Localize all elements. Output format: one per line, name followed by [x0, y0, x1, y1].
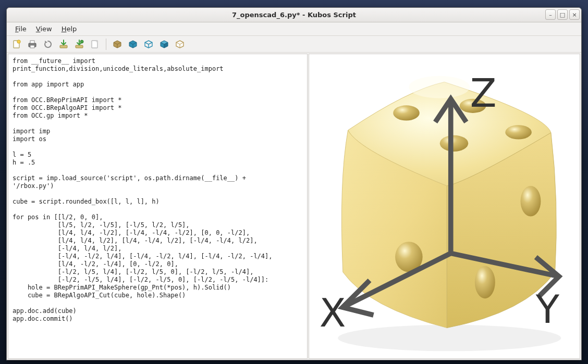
- svg-rect-6: [76, 45, 83, 48]
- app-window: 7_openscad_6.py* - Kubos Script – □ × Fi…: [6, 7, 582, 360]
- minimize-button[interactable]: –: [545, 9, 556, 20]
- window-title: 7_openscad_6.py* - Kubos Script: [7, 11, 581, 19]
- cube-wire-icon[interactable]: [142, 37, 155, 51]
- refresh-icon[interactable]: [41, 37, 55, 51]
- svg-rect-5: [60, 45, 67, 48]
- axis-gizmo-icon: Z Y X: [309, 54, 574, 355]
- cube-outline-icon[interactable]: [173, 37, 187, 51]
- code-editor[interactable]: from __future__ import print_function,di…: [8, 54, 308, 359]
- cube-shaded-icon[interactable]: [157, 37, 171, 51]
- menu-file[interactable]: File: [11, 23, 31, 34]
- cube-solid-icon[interactable]: [126, 37, 140, 51]
- svg-point-1: [17, 40, 20, 43]
- menubar: File View Help: [7, 22, 581, 36]
- 3d-viewport[interactable]: Z Y X: [309, 54, 580, 359]
- page-icon[interactable]: [88, 37, 102, 51]
- toolbar-separator: [106, 39, 106, 50]
- window-controls: – □ ×: [545, 9, 580, 20]
- print-icon[interactable]: [26, 37, 39, 51]
- toolbar: [7, 36, 581, 53]
- axis-y-label: Y: [535, 287, 560, 332]
- download-run-icon[interactable]: [72, 37, 86, 51]
- content-area: from __future__ import print_function,di…: [7, 53, 581, 360]
- maximize-button[interactable]: □: [557, 9, 568, 20]
- new-file-icon[interactable]: [10, 37, 23, 51]
- svg-line-20: [342, 253, 451, 307]
- close-button[interactable]: ×: [569, 9, 580, 20]
- menu-help[interactable]: Help: [57, 23, 81, 34]
- axis-x-label: X: [320, 291, 346, 335]
- download-icon[interactable]: [57, 37, 70, 51]
- svg-rect-4: [30, 45, 34, 48]
- menu-view[interactable]: View: [32, 23, 56, 34]
- cube-all-icon[interactable]: [111, 37, 124, 51]
- svg-point-7: [80, 40, 83, 43]
- titlebar[interactable]: 7_openscad_6.py* - Kubos Script – □ ×: [7, 8, 581, 22]
- code-text[interactable]: from __future__ import print_function,di…: [13, 57, 303, 323]
- axis-z-label: Z: [470, 71, 497, 116]
- svg-rect-3: [30, 41, 34, 43]
